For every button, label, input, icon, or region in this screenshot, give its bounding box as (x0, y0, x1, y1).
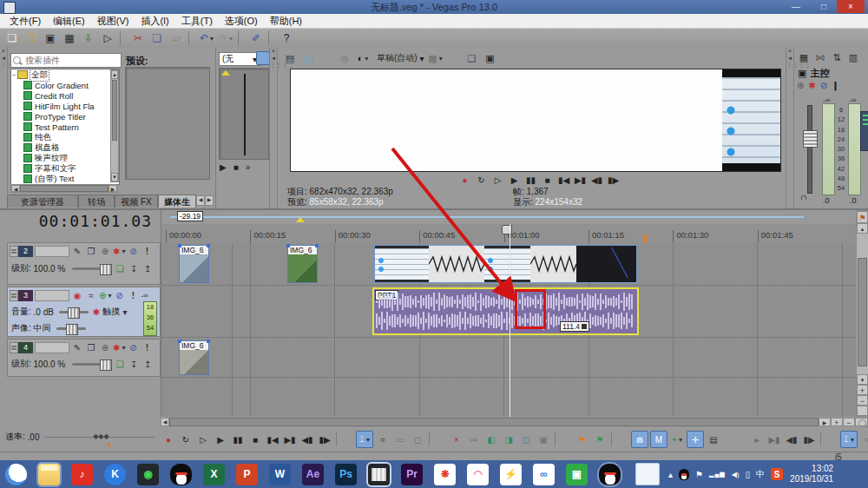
scroll-up-icon[interactable]: ▲ (111, 70, 118, 79)
tray-flag-icon[interactable]: ⚑ (695, 470, 703, 479)
pan-slider[interactable] (56, 327, 86, 330)
track-name-field[interactable] (35, 290, 69, 301)
taskbar-quark-browser[interactable] (5, 464, 27, 485)
go-to-start-button[interactable]: ▮◀ (265, 432, 280, 447)
menu-item[interactable]: 文件(F) (3, 15, 47, 28)
level-value[interactable]: 100.0 % (34, 264, 66, 274)
pause-button[interactable]: ▮▮ (523, 172, 538, 188)
toolbar-button[interactable] (268, 31, 274, 45)
gear-icon[interactable]: ✱ (808, 81, 815, 90)
tree-hscrollbar[interactable]: ◀ ▶ (10, 184, 118, 193)
menu-item[interactable]: 选项(O) (219, 15, 264, 28)
taskbar-premiere[interactable]: Pr (401, 464, 423, 485)
undo-button[interactable]: ↶ (198, 30, 215, 46)
scroll-right-icon[interactable]: ▶ (108, 185, 117, 192)
master-fader[interactable] (807, 105, 812, 194)
tree-item[interactable]: 棋盘格 (11, 142, 119, 153)
track-header-2[interactable]: 2 ✎ ❐ ⊕ ✱ ⊘ ! 级别: 100.0 % ❏ ↧ ↥ (7, 242, 161, 285)
media-marker-icon[interactable] (296, 217, 305, 222)
tab-media-generators[interactable]: 媒体生 (158, 195, 196, 208)
taskbar-kuaishou[interactable]: K (104, 464, 126, 485)
taskbar-clock[interactable]: 13:02 2019/10/31 (790, 464, 833, 485)
fade-down-icon[interactable]: ↧ (128, 359, 140, 370)
tray-ime-indicator[interactable]: 中 (756, 468, 765, 480)
make-composited-child-icon[interactable]: ❏ (114, 359, 126, 370)
interaction-tool-button[interactable]: ✐ (247, 30, 265, 46)
taskbar-netease-music[interactable]: ♪ (71, 464, 93, 485)
bus-fx-icon[interactable]: ⊕ (797, 81, 804, 90)
make-composited-child-icon[interactable]: ❏ (114, 263, 126, 274)
copy-button[interactable]: ❑ (148, 30, 166, 46)
play-from-start-button[interactable]: ▷ (490, 172, 505, 188)
taskbar-rabbit-app[interactable]: ◠ (467, 464, 489, 485)
track-name-field[interactable] (35, 246, 69, 257)
insert-bus-button[interactable]: ▦ (797, 50, 811, 64)
keyframe-preset-dropdown[interactable]: (无▾ (219, 52, 260, 66)
edit-tool-button[interactable]: ⌶ (356, 431, 373, 448)
tree-item[interactable]: ProType Titler (11, 111, 119, 122)
trim-start-button[interactable]: ◧ (483, 432, 499, 447)
tree-item[interactable]: Color Gradient (11, 80, 119, 90)
rate-scrub-icon[interactable]: ◆◆◆ (93, 432, 108, 440)
envelope-icon[interactable]: ≈ (85, 290, 97, 301)
track-fx-icon[interactable]: ⊕ (99, 290, 111, 301)
playhead-handle[interactable] (502, 225, 512, 234)
import-media-button[interactable]: ⇩ (80, 30, 97, 46)
edit-tool-2-button[interactable]: ⌶ (840, 431, 858, 448)
playhead-line[interactable] (510, 224, 510, 417)
menu-item[interactable]: 插入(I) (135, 15, 174, 28)
next-frame-button[interactable]: ▮▶ (606, 172, 621, 188)
menu-item[interactable]: 视图(V) (91, 15, 135, 28)
scroll-up-icon[interactable]: ▲ (857, 223, 868, 234)
play-button[interactable]: ▶ (507, 172, 522, 188)
selection-tool-button[interactable]: ▭ (392, 432, 408, 447)
zoom-out-track-icon[interactable]: − (857, 395, 868, 406)
fade-up-icon[interactable]: ↥ (141, 359, 154, 370)
fade-up-icon[interactable]: ↥ (141, 263, 154, 274)
close-panel-icon[interactable]: × (786, 48, 793, 55)
taskbar-photoshop[interactable]: Ps (335, 464, 357, 485)
play-from-start-button[interactable]: ▷ (195, 432, 211, 447)
track-grip[interactable] (10, 290, 18, 301)
taskbar-open-window-preview[interactable] (635, 463, 660, 485)
split-screen-view-button[interactable]: ◐ (355, 51, 371, 65)
save-snapshot-button[interactable]: ▣ (482, 51, 497, 65)
tray-network-icon[interactable]: ▂▄▆ (709, 471, 726, 478)
tree-item[interactable]: Credit Roll (11, 90, 119, 101)
insert-marker-button[interactable]: ⚑ (575, 432, 590, 447)
scroll-down-icon[interactable]: ▼ (111, 173, 118, 181)
envelope-tool-button[interactable]: ≈ (375, 432, 391, 447)
previous-frame-button[interactable]: ◀▮ (299, 432, 315, 447)
tree-item[interactable]: 噪声纹理 (11, 153, 119, 163)
cut-button[interactable]: ✂ (129, 30, 147, 46)
timecode-display[interactable]: 00:01:01.03 (39, 212, 152, 230)
menu-item[interactable]: 编辑(E) (47, 15, 91, 28)
enable-snapping-button[interactable]: ⋒ (631, 431, 648, 448)
taskbar-green-app[interactable]: ▣ (566, 464, 588, 485)
tab-transitions[interactable]: 转场 (78, 195, 115, 208)
loop-region-bar[interactable] (170, 216, 804, 218)
stop-button[interactable]: ■ (540, 172, 555, 188)
trim-end-button[interactable]: ◨ (501, 432, 516, 447)
taskbar-360-cloud[interactable]: ∞ (533, 464, 555, 485)
tabs-scroll-right-icon[interactable]: ▶ (205, 195, 214, 206)
tree-item[interactable]: HitFilm Light Fla (11, 101, 119, 111)
panel-grip[interactable]: × ◂⋮⋮⋮⋮ (0, 48, 8, 208)
tool-button[interactable] (336, 432, 352, 446)
downmix-output-button[interactable]: ⇅ (830, 50, 844, 64)
tool-button[interactable] (429, 432, 445, 446)
mixer-grip[interactable]: × ◂⋮⋮⋮⋮ (786, 48, 794, 208)
insert-assignable-fx-button[interactable]: ⋈ (813, 50, 827, 64)
search-input[interactable] (23, 55, 114, 66)
taskbar-word[interactable]: W (269, 464, 291, 485)
mute-icon[interactable]: ⊘ (820, 81, 827, 90)
mute-icon[interactable]: ⊘ (127, 342, 139, 353)
automation-mode[interactable]: 触摸 (102, 306, 120, 318)
auto-ripple-button[interactable]: ✛ (687, 431, 704, 448)
rate-slider[interactable]: ◆◆◆ ▲ (44, 437, 155, 438)
toolbar-button[interactable] (238, 31, 244, 45)
tool-button[interactable] (820, 432, 837, 446)
scroll-right-icon[interactable]: ▶ (819, 418, 831, 426)
rate-value[interactable]: .00 (28, 432, 40, 442)
open-button[interactable]: ❒ (23, 30, 40, 46)
